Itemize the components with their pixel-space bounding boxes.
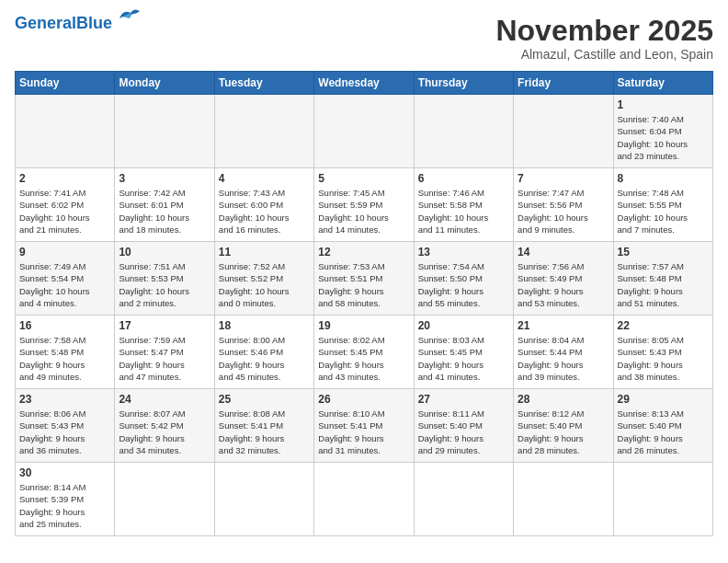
day-number: 10 — [119, 246, 210, 259]
calendar-cell: 29Sunrise: 8:13 AM Sunset: 5:40 PM Dayli… — [613, 389, 712, 463]
calendar-cell: 7Sunrise: 7:47 AM Sunset: 5:56 PM Daylig… — [514, 168, 613, 242]
day-info: Sunrise: 7:51 AM Sunset: 5:53 PM Dayligh… — [119, 260, 210, 309]
calendar-cell: 25Sunrise: 8:08 AM Sunset: 5:41 PM Dayli… — [214, 389, 313, 463]
location-subtitle: Almazul, Castille and Leon, Spain — [495, 47, 713, 62]
logo-bird-icon — [116, 6, 142, 26]
calendar-cell: 8Sunrise: 7:48 AM Sunset: 5:55 PM Daylig… — [613, 168, 712, 242]
day-number: 30 — [19, 466, 110, 479]
calendar-cell — [16, 95, 115, 168]
day-number: 24 — [119, 393, 210, 406]
day-info: Sunrise: 7:40 AM Sunset: 6:04 PM Dayligh… — [618, 113, 709, 162]
day-number: 12 — [318, 246, 409, 259]
day-info: Sunrise: 7:49 AM Sunset: 5:54 PM Dayligh… — [19, 260, 110, 309]
day-info: Sunrise: 7:53 AM Sunset: 5:51 PM Dayligh… — [318, 260, 409, 309]
day-number: 7 — [518, 172, 609, 185]
calendar-cell: 22Sunrise: 8:05 AM Sunset: 5:43 PM Dayli… — [613, 316, 712, 389]
week-row-5: 23Sunrise: 8:06 AM Sunset: 5:43 PM Dayli… — [16, 389, 713, 463]
day-number: 25 — [219, 393, 310, 406]
day-number: 28 — [518, 393, 609, 406]
day-number: 3 — [119, 172, 210, 185]
calendar-cell: 23Sunrise: 8:06 AM Sunset: 5:43 PM Dayli… — [16, 389, 115, 463]
calendar-cell — [414, 95, 513, 168]
day-info: Sunrise: 8:06 AM Sunset: 5:43 PM Dayligh… — [19, 408, 110, 456]
week-row-6: 30Sunrise: 8:14 AM Sunset: 5:39 PM Dayli… — [16, 463, 713, 536]
calendar-cell: 11Sunrise: 7:52 AM Sunset: 5:52 PM Dayli… — [214, 242, 313, 316]
day-number: 22 — [618, 319, 709, 332]
day-number: 23 — [19, 393, 110, 406]
calendar-cell: 28Sunrise: 8:12 AM Sunset: 5:40 PM Dayli… — [514, 389, 613, 463]
day-number: 13 — [418, 246, 509, 259]
weekday-header-friday: Friday — [514, 72, 613, 95]
week-row-1: 1Sunrise: 7:40 AM Sunset: 6:04 PM Daylig… — [16, 95, 713, 168]
day-info: Sunrise: 8:00 AM Sunset: 5:46 PM Dayligh… — [219, 334, 310, 383]
day-info: Sunrise: 7:58 AM Sunset: 5:48 PM Dayligh… — [19, 334, 110, 383]
day-info: Sunrise: 7:45 AM Sunset: 5:59 PM Dayligh… — [318, 187, 409, 236]
calendar-cell — [115, 95, 214, 168]
day-info: Sunrise: 7:43 AM Sunset: 6:00 PM Dayligh… — [219, 187, 310, 236]
day-number: 14 — [518, 246, 609, 259]
weekday-header-wednesday: Wednesday — [314, 72, 414, 95]
weekday-header-sunday: Sunday — [16, 72, 115, 95]
calendar-cell: 10Sunrise: 7:51 AM Sunset: 5:53 PM Dayli… — [115, 242, 214, 316]
calendar-cell: 3Sunrise: 7:42 AM Sunset: 6:01 PM Daylig… — [115, 168, 214, 242]
calendar-cell — [314, 95, 414, 168]
calendar-cell: 5Sunrise: 7:45 AM Sunset: 5:59 PM Daylig… — [314, 168, 414, 242]
day-number: 5 — [318, 172, 409, 185]
day-info: Sunrise: 8:08 AM Sunset: 5:41 PM Dayligh… — [219, 408, 310, 456]
calendar-cell: 13Sunrise: 7:54 AM Sunset: 5:50 PM Dayli… — [414, 242, 513, 316]
calendar-cell: 1Sunrise: 7:40 AM Sunset: 6:04 PM Daylig… — [613, 95, 712, 168]
day-info: Sunrise: 7:46 AM Sunset: 5:58 PM Dayligh… — [418, 187, 509, 236]
calendar-cell — [613, 463, 712, 536]
month-title: November 2025 — [495, 15, 713, 47]
calendar-cell: 21Sunrise: 8:04 AM Sunset: 5:44 PM Dayli… — [514, 316, 613, 389]
day-info: Sunrise: 7:42 AM Sunset: 6:01 PM Dayligh… — [119, 187, 210, 236]
weekday-header-row: SundayMondayTuesdayWednesdayThursdayFrid… — [16, 72, 713, 95]
day-number: 2 — [19, 172, 110, 185]
calendar-cell — [414, 463, 513, 536]
day-number: 29 — [618, 393, 709, 406]
weekday-header-saturday: Saturday — [613, 72, 712, 95]
day-info: Sunrise: 8:10 AM Sunset: 5:41 PM Dayligh… — [318, 408, 409, 456]
week-row-2: 2Sunrise: 7:41 AM Sunset: 6:02 PM Daylig… — [16, 168, 713, 242]
day-info: Sunrise: 8:07 AM Sunset: 5:42 PM Dayligh… — [119, 408, 210, 456]
calendar-cell: 30Sunrise: 8:14 AM Sunset: 5:39 PM Dayli… — [16, 463, 115, 536]
calendar-cell: 6Sunrise: 7:46 AM Sunset: 5:58 PM Daylig… — [414, 168, 513, 242]
day-number: 27 — [418, 393, 509, 406]
calendar-cell: 20Sunrise: 8:03 AM Sunset: 5:45 PM Dayli… — [414, 316, 513, 389]
calendar-cell — [514, 95, 613, 168]
calendar-cell: 2Sunrise: 7:41 AM Sunset: 6:02 PM Daylig… — [16, 168, 115, 242]
day-number: 6 — [418, 172, 509, 185]
day-number: 18 — [219, 319, 310, 332]
day-number: 1 — [618, 98, 709, 111]
calendar-table: SundayMondayTuesdayWednesdayThursdayFrid… — [15, 71, 713, 536]
week-row-4: 16Sunrise: 7:58 AM Sunset: 5:48 PM Dayli… — [16, 316, 713, 389]
day-info: Sunrise: 7:54 AM Sunset: 5:50 PM Dayligh… — [418, 260, 509, 309]
title-area: November 2025 Almazul, Castille and Leon… — [495, 15, 713, 62]
day-number: 26 — [318, 393, 409, 406]
calendar-cell — [214, 95, 313, 168]
day-info: Sunrise: 8:12 AM Sunset: 5:40 PM Dayligh… — [518, 408, 609, 456]
day-info: Sunrise: 7:41 AM Sunset: 6:02 PM Dayligh… — [19, 187, 110, 236]
day-info: Sunrise: 7:52 AM Sunset: 5:52 PM Dayligh… — [219, 260, 310, 309]
calendar-cell — [214, 463, 313, 536]
calendar-cell: 15Sunrise: 7:57 AM Sunset: 5:48 PM Dayli… — [613, 242, 712, 316]
day-info: Sunrise: 8:05 AM Sunset: 5:43 PM Dayligh… — [618, 334, 709, 383]
day-number: 8 — [618, 172, 709, 185]
day-info: Sunrise: 8:03 AM Sunset: 5:45 PM Dayligh… — [418, 334, 509, 383]
day-number: 15 — [618, 246, 709, 259]
day-number: 16 — [19, 319, 110, 332]
day-info: Sunrise: 8:14 AM Sunset: 5:39 PM Dayligh… — [19, 481, 110, 530]
day-info: Sunrise: 8:11 AM Sunset: 5:40 PM Dayligh… — [418, 408, 509, 456]
day-number: 20 — [418, 319, 509, 332]
calendar-cell — [314, 463, 414, 536]
day-number: 9 — [19, 246, 110, 259]
logo-text: GeneralBlue — [15, 15, 112, 33]
calendar-cell: 18Sunrise: 8:00 AM Sunset: 5:46 PM Dayli… — [214, 316, 313, 389]
day-info: Sunrise: 8:13 AM Sunset: 5:40 PM Dayligh… — [618, 408, 709, 456]
calendar-cell: 24Sunrise: 8:07 AM Sunset: 5:42 PM Dayli… — [115, 389, 214, 463]
day-info: Sunrise: 8:02 AM Sunset: 5:45 PM Dayligh… — [318, 334, 409, 383]
calendar-cell: 19Sunrise: 8:02 AM Sunset: 5:45 PM Dayli… — [314, 316, 414, 389]
day-number: 21 — [518, 319, 609, 332]
logo: GeneralBlue — [15, 15, 142, 33]
day-info: Sunrise: 7:57 AM Sunset: 5:48 PM Dayligh… — [618, 260, 709, 309]
